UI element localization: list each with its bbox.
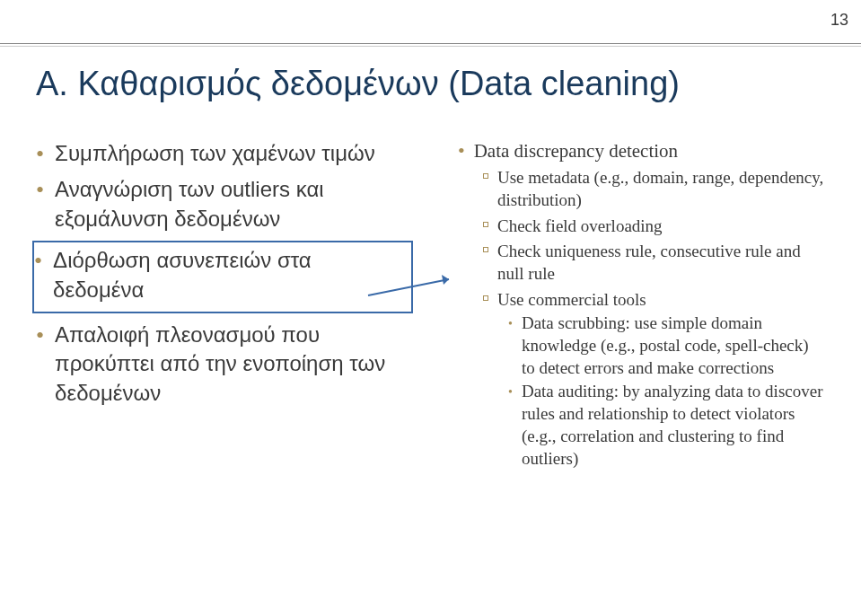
left-column: • Συμπλήρωση των χαμένων τιμών • Αναγνώρ… [36,139,413,415]
sub-bullet-item: Check uniqueness rule, consecutive rule … [483,241,826,285]
sub-bullet-item: Use commercial tools [483,289,826,312]
bullet-text: Αναγνώριση των outliers και εξομάλυνση δ… [55,175,413,233]
bullet-icon: • [36,324,44,408]
bullet-icon: • [36,143,44,168]
bullet-text: Data discrepancy detection [474,139,678,163]
right-column: • Data discrepancy detection Use metadat… [458,139,826,470]
bullet-item: • Αναγνώριση των outliers και εξομάλυνση… [36,175,413,233]
bullet-text: Use commercial tools [497,289,646,312]
bullet-text: Use metadata (e.g., domain, range, depen… [497,167,826,211]
bullet-text: Διόρθωση ασυνεπειών στα δεδομένα [53,246,406,304]
bullet-text: Απαλοιφή πλεονασμού που προκύπτει από τη… [55,321,413,408]
bullet-item: • Συμπλήρωση των χαμένων τιμών [36,139,413,168]
bullet-item: • Διόρθωση ασυνεπειών στα δεδομένα [34,246,406,304]
square-bullet-icon [483,173,488,179]
square-bullet-icon [483,247,488,252]
sub-sub-bullet-item: • Data scrubbing: use simple domain know… [508,312,826,379]
bullet-item: • Data discrepancy detection [458,139,826,163]
sub-sub-bullet-item: • Data auditing: by analyzing data to di… [508,381,826,470]
bullet-text: Data auditing: by analyzing data to disc… [522,381,826,470]
bullet-icon: • [36,179,44,233]
sub-bullet-item: Use metadata (e.g., domain, range, depen… [483,167,826,211]
bullet-text: Data scrubbing: use simple domain knowle… [522,312,826,379]
svg-marker-1 [442,275,449,285]
small-bullet-icon: • [508,384,513,470]
sub-bullet-item: Check field overloading [483,216,826,238]
bullet-icon: • [34,250,42,304]
bullet-item: • Απαλοιφή πλεονασμού που προκύπτει από … [36,321,413,408]
bullet-icon: • [458,141,465,163]
square-bullet-icon [483,222,488,227]
slide-title: A. Καθαρισμός δεδομένων (Data cleaning) [36,65,680,103]
bullet-text: Check uniqueness rule, consecutive rule … [497,241,826,285]
square-bullet-icon [483,295,488,301]
highlighted-box: • Διόρθωση ασυνεπειών στα δεδομένα [32,241,413,313]
page-number: 13 [830,11,848,30]
bullet-text: Συμπλήρωση των χαμένων τιμών [55,139,375,168]
top-divider [0,43,861,47]
small-bullet-icon: • [508,316,513,379]
bullet-text: Check field overloading [497,216,663,238]
